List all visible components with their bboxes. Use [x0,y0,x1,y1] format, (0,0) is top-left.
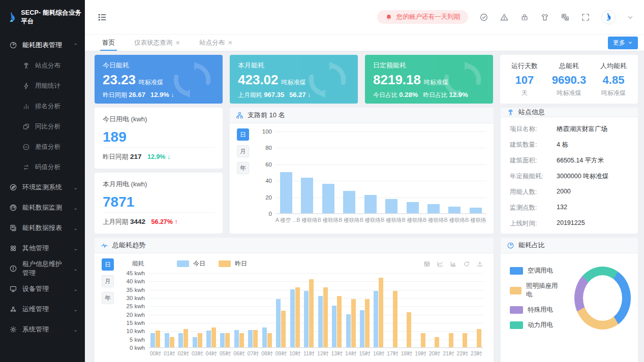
bar-昨日[interactable] [239,333,244,347]
bar[interactable] [364,195,377,213]
bar-今日[interactable] [332,306,336,347]
warning-icon[interactable] [500,13,509,22]
bar-昨日[interactable] [421,333,425,347]
theme-icon[interactable] [540,13,549,22]
sidebar-item-energy-chart-mgmt[interactable]: 能耗图表管理 ⌃ [0,35,85,55]
bar-昨日[interactable] [393,291,397,347]
bar[interactable] [427,204,440,213]
sidebar-item-energy-data-monitor[interactable]: 能耗数据监测 ⌄ [0,198,85,218]
bar-昨日[interactable] [337,296,342,347]
bar[interactable] [470,208,482,213]
trend-period-日[interactable]: 日 [102,258,114,271]
sidebar-item-energy-data-report[interactable]: 能耗数据报表 ⌄ [0,218,85,238]
tab-首页[interactable]: 首页 [97,35,120,51]
bar-昨日[interactable] [323,287,328,347]
bar-昨日[interactable] [379,278,383,347]
collapse-menu-icon[interactable] [97,12,107,22]
bar-今日[interactable] [248,330,253,347]
bar-今日[interactable] [374,291,378,347]
bar-昨日[interactable] [463,333,467,347]
bar-chart-icon[interactable] [450,260,457,268]
bar-今日[interactable] [262,327,267,347]
bar-昨日[interactable] [183,329,188,347]
sidebar-item-device-mgmt[interactable]: 设备管理 ⌄ [0,279,85,299]
more-button[interactable]: 更多 [608,37,638,49]
sidebar-item-other-mgmt[interactable]: 其他管理 ⌄ [0,238,85,258]
sidebar-subitem-yoy-analysis[interactable]: 同比分析 [0,116,85,137]
bar-昨日[interactable] [225,333,230,347]
bar-昨日[interactable] [170,337,174,347]
bar-昨日[interactable] [253,330,258,347]
sidebar-subitem-energy-usage-stats[interactable]: 用能统计 [0,76,85,96]
bar-昨日[interactable] [351,299,356,347]
donut-legend-item-空调用电[interactable]: 空调用电 [510,267,560,275]
trend-period-年[interactable]: 年 [102,292,114,304]
bar-今日[interactable] [165,333,169,347]
chevron-down-icon[interactable] [627,14,634,21]
tab-站点分布[interactable]: 站点分布✕ [194,35,237,51]
sidebar-item-ops-mgmt[interactable]: 运维管理 ⌄ [0,299,85,319]
bar-今日[interactable] [220,333,225,347]
branch-period-日[interactable]: 日 [237,128,249,141]
bar-昨日[interactable] [267,333,272,347]
sidebar-item-tenant-info-mgmt[interactable]: 租户信息维护管理 ⌄ [0,258,85,279]
data-view-icon[interactable] [423,260,431,268]
chevron-down-icon: ⌄ [74,286,78,292]
bar[interactable] [407,202,419,213]
legend-item-昨日[interactable]: 昨日 [219,259,247,268]
bar-昨日[interactable] [449,333,453,347]
bar[interactable] [385,199,397,213]
language-icon[interactable] [561,13,570,22]
sidebar-subitem-site-distribution[interactable]: 站点分布 [0,55,85,76]
download-icon[interactable] [476,260,483,268]
branch-period-年[interactable]: 年 [237,162,249,174]
fullscreen-icon[interactable] [581,13,590,22]
donut-legend-item-特殊用电[interactable]: 特殊用电 [510,306,560,314]
account-expiry-notice[interactable]: 您的账户还有一天到期 [377,10,468,24]
close-icon[interactable]: ✕ [175,40,180,46]
branch-period-月[interactable]: 月 [237,145,249,157]
legend-item-今日[interactable]: 今日 [177,259,205,268]
close-icon[interactable]: ✕ [228,40,232,46]
bar[interactable] [280,172,292,213]
bar-今日[interactable] [304,291,309,347]
bar[interactable] [343,191,355,213]
donut-legend-item-照明插座用电[interactable]: 照明插座用电 [510,282,560,299]
sidebar-subitem-code-value-analysis[interactable]: 码值分析 [0,157,85,177]
bar-昨日[interactable] [365,299,370,347]
gauge-check-icon[interactable] [479,13,488,22]
refresh-icon[interactable] [463,260,470,268]
bar-今日[interactable] [193,337,197,347]
line-chart-icon[interactable] [437,260,444,268]
bar[interactable] [301,178,313,213]
bar-昨日[interactable] [407,312,411,347]
donut-legend-item-动力用电[interactable]: 动力用电 [510,321,560,330]
bar-今日[interactable] [178,333,183,347]
bar[interactable] [448,207,461,213]
bar-昨日[interactable] [435,337,439,347]
bar-今日[interactable] [318,296,323,347]
sidebar-subitem-diff-analysis[interactable]: 差值分析 [0,137,85,157]
bar-今日[interactable] [234,330,239,347]
bar-今日[interactable] [360,310,364,348]
bar-今日[interactable] [276,299,281,347]
bar-今日[interactable] [150,333,155,347]
sidebar-subitem-ranking-analysis[interactable]: 排名分析 [0,96,85,116]
lock-icon[interactable] [520,13,529,22]
bar-昨日[interactable] [198,333,202,347]
user-avatar[interactable] [601,10,616,24]
bar-昨日[interactable] [281,311,286,347]
sidebar-item-env-monitor-system[interactable]: 环境监测系统 ⌄ [0,177,85,198]
tab-仪表状态查询[interactable]: 仪表状态查询✕ [129,35,185,51]
bar-昨日[interactable] [477,329,481,347]
bar-今日[interactable] [206,331,211,347]
bar-昨日[interactable] [156,331,160,347]
bar-今日[interactable] [346,314,351,347]
bar-昨日[interactable] [295,287,300,347]
sidebar-item-system-mgmt[interactable]: 系统管理 ⌄ [0,319,85,340]
bar[interactable] [322,184,334,213]
bar-昨日[interactable] [309,279,314,347]
bar-昨日[interactable] [211,327,216,347]
bar-今日[interactable] [290,289,295,347]
trend-period-月[interactable]: 月 [102,275,114,287]
